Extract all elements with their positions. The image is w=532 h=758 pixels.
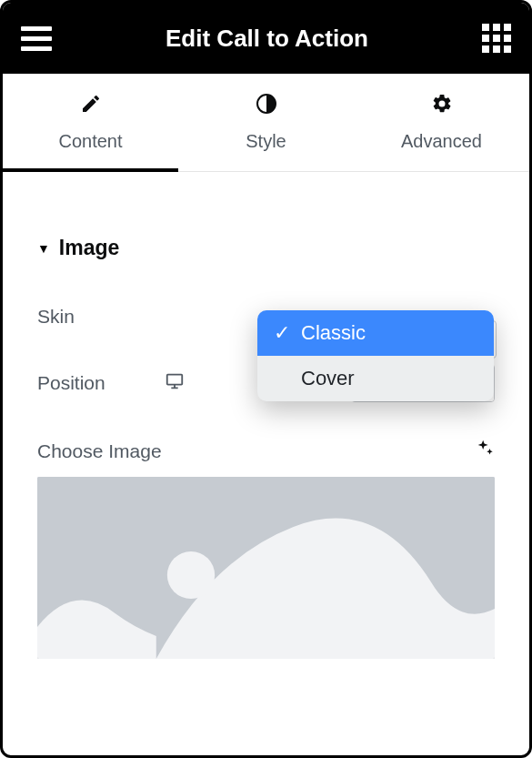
pencil-icon xyxy=(80,93,102,120)
tab-advanced[interactable]: Advanced xyxy=(354,74,529,171)
image-placeholder[interactable] xyxy=(37,477,495,659)
svg-point-3 xyxy=(167,551,215,599)
svg-rect-1 xyxy=(167,374,183,384)
contrast-icon xyxy=(256,93,277,120)
position-label: Position xyxy=(37,372,165,394)
caret-down-icon: ▼ xyxy=(37,241,50,256)
tab-style[interactable]: Style xyxy=(178,74,354,171)
menu-icon[interactable] xyxy=(21,26,52,51)
skin-dropdown: ✓ Classic Cover xyxy=(257,310,494,401)
choose-image-label: Choose Image xyxy=(37,440,475,462)
section-image-toggle[interactable]: ▼ Image xyxy=(37,236,495,260)
tab-content[interactable]: Content xyxy=(3,74,178,171)
gear-icon xyxy=(431,93,453,120)
apps-grid-icon[interactable] xyxy=(482,24,511,53)
skin-label: Skin xyxy=(37,306,165,328)
tab-style-label: Style xyxy=(246,131,286,152)
skin-option-classic[interactable]: ✓ Classic xyxy=(257,310,494,356)
ai-sparkle-icon[interactable] xyxy=(475,439,495,464)
tabs: Content Style Advanced xyxy=(3,74,529,172)
tab-content-label: Content xyxy=(58,131,122,152)
tab-advanced-label: Advanced xyxy=(401,131,482,152)
skin-option-classic-label: Classic xyxy=(301,321,366,345)
page-title: Edit Call to Action xyxy=(166,25,368,53)
skin-option-cover[interactable]: Cover xyxy=(257,356,494,401)
check-icon: ✓ xyxy=(274,321,292,345)
skin-option-cover-label: Cover xyxy=(301,367,355,390)
desktop-icon[interactable] xyxy=(165,371,185,396)
section-title: Image xyxy=(59,236,119,260)
